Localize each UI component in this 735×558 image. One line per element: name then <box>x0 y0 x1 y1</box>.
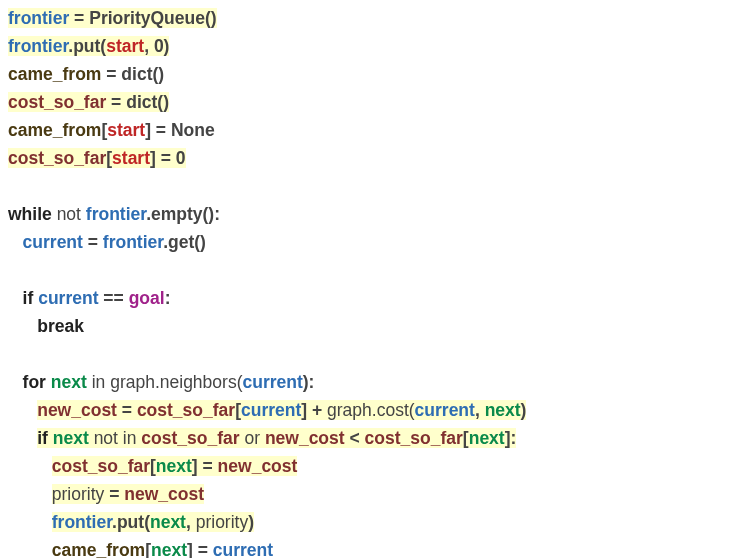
call-priorityqueue: PriorityQueue() <box>89 8 216 28</box>
colon: : <box>511 428 517 448</box>
op-lt: < <box>350 428 360 448</box>
blank-line <box>8 260 13 280</box>
call-dict: dict() <box>121 64 164 84</box>
var-came-from: came_from <box>8 120 101 140</box>
kw-or: or <box>244 428 260 448</box>
var-goal: goal <box>129 288 165 308</box>
var-new-cost: new_cost <box>37 400 117 420</box>
var-frontier: frontier <box>103 232 163 252</box>
var-cost-so-far: cost_so_far <box>52 456 150 476</box>
var-start: start <box>106 36 144 56</box>
method-empty: .empty(): <box>146 204 220 224</box>
code-block: frontier = PriorityQueue() frontier.put(… <box>0 0 735 558</box>
val-none: None <box>171 120 215 140</box>
line-if-goal: if current == goal: <box>8 288 170 308</box>
var-next: next <box>150 512 186 532</box>
blank-line <box>8 344 13 364</box>
var-cost-so-far: cost_so_far <box>365 428 463 448</box>
var-came-from: came_from <box>8 64 101 84</box>
method-put: .put( <box>112 512 150 532</box>
var-next: next <box>151 540 187 558</box>
line-4: cost_so_far = dict() <box>8 92 169 112</box>
call-neighbors: graph.neighbors( <box>110 372 242 392</box>
var-priority: priority <box>52 484 105 504</box>
line-priority: priority = new_cost <box>8 484 204 504</box>
var-current: current <box>415 400 475 420</box>
kw-if: if <box>23 288 34 308</box>
call-dict: dict() <box>126 92 169 112</box>
var-current: current <box>241 400 301 420</box>
var-current: current <box>242 372 302 392</box>
var-cost-so-far: cost_so_far <box>8 92 106 112</box>
line-1: frontier = PriorityQueue() <box>8 8 217 28</box>
kw-not: not <box>57 204 81 224</box>
var-came-from: came_from <box>52 540 145 558</box>
num-zero: 0 <box>154 36 164 56</box>
var-current: current <box>23 232 83 252</box>
kw-while: while <box>8 204 52 224</box>
var-current: current <box>38 288 98 308</box>
var-new-cost: new_cost <box>218 456 298 476</box>
var-new-cost: new_cost <box>124 484 204 504</box>
line-6: cost_so_far[start] = 0 <box>8 148 186 168</box>
line-2: frontier.put(start, 0) <box>8 36 169 56</box>
op-eq: = <box>156 148 176 168</box>
var-next: next <box>53 428 89 448</box>
var-start: start <box>107 120 145 140</box>
op-eq: = <box>69 8 89 28</box>
var-new-cost: new_cost <box>265 428 345 448</box>
cparen: ) <box>521 400 527 420</box>
op-eq: = <box>83 232 103 252</box>
call-cost: graph.cost( <box>327 400 415 420</box>
op-eq: = <box>101 64 121 84</box>
var-frontier: frontier <box>86 204 146 224</box>
var-next: next <box>469 428 505 448</box>
var-next: next <box>51 372 87 392</box>
line-newcost: new_cost = cost_so_far[current] + graph.… <box>8 400 526 420</box>
colon: : <box>165 288 171 308</box>
line-put: frontier.put(next, priority) <box>8 512 254 532</box>
var-frontier: frontier <box>8 36 68 56</box>
method-put: .put( <box>68 36 106 56</box>
var-start: start <box>112 148 150 168</box>
method-get: .get() <box>163 232 206 252</box>
var-next: next <box>485 400 521 420</box>
comma: , <box>144 36 154 56</box>
line-3: came_from = dict() <box>8 64 164 84</box>
line-5: came_from[start] = None <box>8 120 215 140</box>
line-while: while not frontier.empty(): <box>8 204 220 224</box>
var-frontier: frontier <box>8 8 69 28</box>
op-eq: = <box>106 92 126 112</box>
line-assign-cost: cost_so_far[next] = new_cost <box>8 456 297 476</box>
cparen: ): <box>303 372 315 392</box>
kw-in: in <box>92 372 106 392</box>
op-eq: = <box>151 120 171 140</box>
cparen: ) <box>164 36 170 56</box>
kw-break: break <box>37 316 84 336</box>
blank-line <box>8 176 13 196</box>
var-frontier: frontier <box>52 512 112 532</box>
num-zero: 0 <box>176 148 186 168</box>
var-cost-so-far: cost_so_far <box>137 400 235 420</box>
op-eqeq: == <box>103 288 123 308</box>
kw-for: for <box>23 372 46 392</box>
var-next: next <box>156 456 192 476</box>
var-priority: priority <box>196 512 249 532</box>
line-break: break <box>8 316 84 336</box>
kw-if: if <box>37 428 48 448</box>
var-cost-so-far: cost_so_far <box>141 428 239 448</box>
var-current: current <box>213 540 273 558</box>
line-came-from: came_from[next] = current <box>8 540 273 558</box>
kw-not-in: not in <box>94 428 137 448</box>
line-current-get: current = frontier.get() <box>8 232 206 252</box>
line-for: for next in graph.neighbors(current): <box>8 372 314 392</box>
line-if-next: if next not in cost_so_far or new_cost <… <box>8 428 516 448</box>
var-cost-so-far: cost_so_far <box>8 148 106 168</box>
cparen: ) <box>248 512 254 532</box>
